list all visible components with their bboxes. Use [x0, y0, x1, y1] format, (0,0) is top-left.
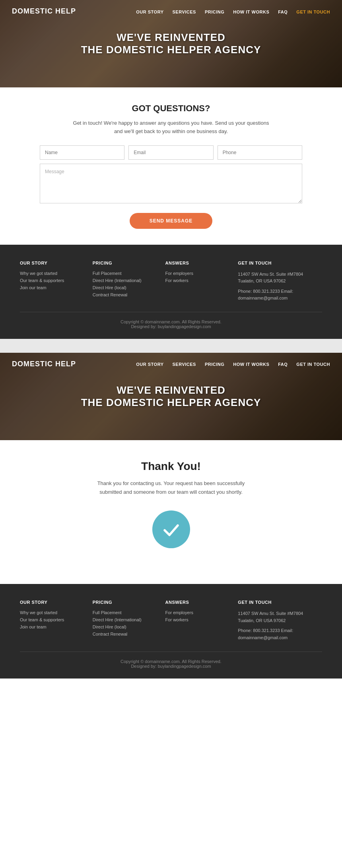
footer-copyright: Copyright © domainname.com. All Rights R…	[20, 319, 322, 324]
message-input[interactable]	[40, 164, 302, 203]
main-nav-2: DOMESTIC HELP OUR STORY SERVICES PRICING…	[0, 353, 342, 375]
footer-col3-heading: ANSWERS	[165, 261, 230, 265]
nav2-pricing[interactable]: PRICING	[205, 362, 224, 367]
footer-link-join[interactable]: Join our team	[20, 285, 85, 290]
nav-services[interactable]: SERVICES	[173, 10, 196, 14]
contact-section: GOT QUESTIONS? Get in touch! We're happy…	[0, 87, 342, 245]
footer-col1-heading: OUR STORY	[20, 261, 85, 265]
footer2-col-contact: GET IN TOUCH 11407 SW Amu St. Suite #M78…	[238, 600, 322, 641]
thankyou-description: Thank you for contacting us. Your reques…	[40, 479, 302, 497]
nav-logo: DOMESTIC HELP	[12, 7, 76, 15]
footer2-col-our-story: OUR STORY Why we got started Our team & …	[20, 600, 85, 641]
footer-link-direct-intl[interactable]: Direct Hire (International)	[93, 278, 157, 283]
contact-description: Get in touch! We're happy to answer any …	[40, 119, 302, 136]
footer-link-workers[interactable]: For workers	[165, 278, 230, 283]
thankyou-heading: Thank You!	[40, 460, 302, 473]
footer2-link-workers[interactable]: For workers	[165, 617, 230, 622]
footer-link-team[interactable]: Our team & supporters	[20, 278, 85, 283]
footer2-link-full-placement[interactable]: Full Placement	[93, 610, 157, 615]
footer-link-full-placement[interactable]: Full Placement	[93, 271, 157, 276]
footer-col-answers: ANSWERS For employers For workers	[165, 261, 230, 302]
footer-col-contact: GET IN TOUCH 11407 SW Amu St. Suite #M78…	[238, 261, 322, 302]
nav2-faq[interactable]: FAQ	[278, 362, 288, 367]
footer2-phone-email: Phone: 800.321.3233 Email: domainname@gm…	[238, 627, 322, 641]
page-divider	[0, 339, 342, 353]
footer-col-our-story: OUR STORY Why we got started Our team & …	[20, 261, 85, 302]
footer2-link-team[interactable]: Our team & supporters	[20, 617, 85, 622]
footer-link-contract[interactable]: Contract Renewal	[93, 292, 157, 297]
footer2-link-why[interactable]: Why we got started	[20, 610, 85, 615]
footer-designer: Designed by: buylandingpagedesign.com	[20, 324, 322, 329]
hero-tagline1: WE'VE REINVENTED	[81, 31, 261, 44]
nav2-how-it-works[interactable]: HOW IT WORKS	[233, 362, 269, 367]
hero2-tagline1: WE'VE REINVENTED	[81, 384, 261, 396]
footer-phone-email: Phone: 800.321.3233 Email: domainname@gm…	[238, 288, 322, 302]
footer2-col1-heading: OUR STORY	[20, 600, 85, 605]
checkmark-circle	[152, 510, 190, 548]
footer-col-pricing: PRICING Full Placement Direct Hire (Inte…	[93, 261, 157, 302]
footer2-designer: Designed by: buylandingpagedesign.com	[20, 664, 322, 669]
footer2-col-pricing: PRICING Full Placement Direct Hire (Inte…	[93, 600, 157, 641]
nav-get-in-touch[interactable]: GET IN TOUCH	[296, 10, 330, 14]
contact-heading: GOT QUESTIONS?	[40, 103, 302, 114]
footer2-link-direct-local[interactable]: Direct Hire (local)	[93, 624, 157, 629]
footer2-address: 11407 SW Amu St. Suite #M7804Tualatin, O…	[238, 610, 322, 624]
footer2-col3-heading: ANSWERS	[165, 600, 230, 605]
nav-faq[interactable]: FAQ	[278, 10, 288, 14]
email-input[interactable]	[128, 145, 213, 160]
send-message-button[interactable]: SEND MESSAGE	[130, 213, 213, 229]
footer-2: OUR STORY Why we got started Our team & …	[0, 584, 342, 678]
footer-link-why[interactable]: Why we got started	[20, 271, 85, 276]
name-input[interactable]	[40, 145, 124, 160]
footer2-col4-heading: GET IN TOUCH	[238, 600, 322, 605]
phone-input[interactable]	[218, 145, 302, 160]
checkmark-icon	[160, 518, 182, 540]
main-nav: DOMESTIC HELP OUR STORY SERVICES PRICING…	[0, 0, 342, 23]
footer-1: OUR STORY Why we got started Our team & …	[0, 245, 342, 339]
nav2-get-in-touch[interactable]: GET IN TOUCH	[296, 362, 330, 367]
nav-how-it-works[interactable]: HOW IT WORKS	[233, 10, 269, 14]
footer-link-employers[interactable]: For employers	[165, 271, 230, 276]
hero-tagline2: THE DOMESTIC HELPER AGENCY	[81, 44, 261, 56]
nav2-services[interactable]: SERVICES	[173, 362, 196, 367]
footer2-col-answers: ANSWERS For employers For workers	[165, 600, 230, 641]
footer2-link-join[interactable]: Join our team	[20, 624, 85, 629]
nav-pricing[interactable]: PRICING	[205, 10, 224, 14]
footer-col4-heading: GET IN TOUCH	[238, 261, 322, 265]
footer-link-direct-local[interactable]: Direct Hire (local)	[93, 285, 157, 290]
thankyou-section: Thank You! Thank you for contacting us. …	[0, 440, 342, 584]
nav-our-story[interactable]: OUR STORY	[136, 10, 163, 14]
footer2-link-direct-intl[interactable]: Direct Hire (International)	[93, 617, 157, 622]
footer2-link-contract[interactable]: Contract Renewal	[93, 632, 157, 636]
footer-col2-heading: PRICING	[93, 261, 157, 265]
nav2-our-story[interactable]: OUR STORY	[136, 362, 163, 367]
footer2-copyright: Copyright © domainname.com. All Rights R…	[20, 659, 322, 664]
nav-logo-2: DOMESTIC HELP	[12, 360, 76, 368]
footer-address: 11407 SW Amu St. Suite #M7804Tualatin, O…	[238, 271, 322, 285]
hero2-tagline2: THE DOMESTIC HELPER AGENCY	[81, 396, 261, 409]
footer2-link-employers[interactable]: For employers	[165, 610, 230, 615]
footer2-col2-heading: PRICING	[93, 600, 157, 605]
